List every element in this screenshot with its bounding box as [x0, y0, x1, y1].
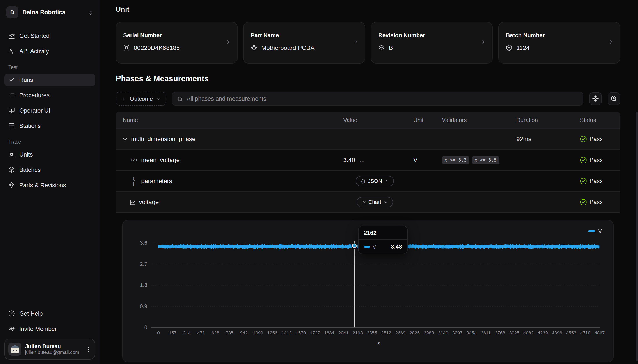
outcome-filter-label: Outcome	[130, 96, 153, 102]
column-header-duration: Duration	[513, 117, 576, 124]
line-chart-icon	[130, 199, 136, 205]
org-switcher[interactable]: D Delos Robotics	[5, 4, 95, 20]
page-title: Unit	[116, 4, 620, 14]
sidebar-item-parts-revisions[interactable]: Parts & Revisions	[5, 179, 95, 192]
card-value: 00220D4K68185	[134, 44, 180, 52]
scan-icon	[8, 151, 15, 158]
svg-text:1.8: 1.8	[140, 282, 147, 288]
svg-text:0: 0	[157, 330, 160, 335]
card-label: Batch Number	[506, 32, 613, 39]
scan-icon	[123, 44, 130, 52]
table-row-mean-voltage[interactable]: 123 mean_voltage 3.40... V x >= 3.3 x <=…	[116, 149, 620, 170]
measurement-unit: V	[410, 156, 438, 164]
component-icon	[251, 44, 258, 52]
search-icon	[177, 96, 183, 102]
numeric-type-icon: 123	[130, 158, 138, 162]
svg-text:2669: 2669	[395, 330, 406, 335]
voltage-line-chart[interactable]: 00.91.82.73.6015731447162878594210991256…	[123, 220, 613, 362]
value-ellipsis[interactable]: ...	[360, 156, 365, 164]
svg-text:314: 314	[183, 330, 191, 335]
table-row-phase[interactable]: multi_dimension_phase 92ms Pass	[116, 128, 620, 149]
org-avatar: D	[6, 6, 19, 18]
svg-text:3925: 3925	[509, 330, 519, 335]
plus-icon	[121, 96, 127, 102]
svg-text:1884: 1884	[324, 330, 334, 335]
chevron-down-icon[interactable]	[122, 136, 128, 142]
svg-text:3454: 3454	[466, 330, 477, 335]
column-header-validators: Validators	[438, 117, 513, 124]
search-input[interactable]	[187, 96, 578, 102]
svg-text:1413: 1413	[281, 330, 292, 335]
svg-text:2512: 2512	[381, 330, 391, 335]
chevron-right-icon	[353, 39, 359, 47]
voltage-chart-card[interactable]: 00.91.82.73.6015731447162878594210991256…	[122, 220, 614, 362]
svg-text:1256: 1256	[267, 330, 277, 335]
sidebar-item-stations[interactable]: Stations	[5, 120, 95, 132]
svg-text:4082: 4082	[523, 330, 534, 335]
sidebar-item-get-started[interactable]: Get Started	[5, 30, 95, 42]
sidebar: D Delos Robotics Get StartedAPI Activity…	[0, 0, 100, 364]
table-row-parameters[interactable]: { } parameters {} JSON Pass	[116, 170, 620, 192]
measurement-name: parameters	[141, 178, 172, 185]
sidebar-item-procedures[interactable]: Procedures	[5, 89, 95, 102]
svg-text:785: 785	[226, 330, 233, 335]
svg-text:2355: 2355	[367, 330, 377, 335]
svg-text:1099: 1099	[253, 330, 263, 335]
svg-text:4710: 4710	[580, 330, 591, 335]
svg-text:2826: 2826	[409, 330, 420, 335]
svg-text:1727: 1727	[310, 330, 320, 335]
unit-card-batch-number[interactable]: Batch Number1124	[498, 22, 620, 64]
card-value: 1124	[516, 44, 529, 52]
json-chip-button[interactable]: {} JSON	[356, 176, 394, 186]
svg-text:3611: 3611	[481, 330, 491, 335]
clock-history-icon	[610, 95, 617, 102]
collapse-rows-button[interactable]	[589, 92, 602, 105]
svg-text:0: 0	[145, 324, 147, 330]
unit-card-part-name[interactable]: Part NameMotherboard PCBA	[243, 22, 365, 64]
phases-table: Name Value Unit Validators Duration Stat…	[116, 112, 620, 364]
unit-card-revision-number[interactable]: Revision NumberB	[371, 22, 493, 64]
svg-text:3768: 3768	[495, 330, 505, 335]
phase-name: multi_dimension_phase	[131, 136, 196, 142]
sidebar-item-get-help[interactable]: Get Help	[5, 308, 95, 320]
status-text: Pass	[589, 136, 603, 142]
validator-chip: x >= 3.3	[442, 156, 469, 164]
scrollbar-thumb[interactable]	[635, 112, 638, 361]
sidebar-item-units[interactable]: Units	[5, 148, 95, 161]
status-badge: Pass	[576, 136, 620, 142]
stations-icon	[8, 122, 15, 130]
chevron-right-icon	[384, 179, 389, 184]
sidebar-item-invite-member[interactable]: Invite Member	[5, 323, 95, 335]
org-name: Delos Robotics	[22, 9, 84, 16]
history-button[interactable]	[607, 92, 620, 105]
svg-text:471: 471	[197, 330, 205, 335]
svg-text:1570: 1570	[296, 330, 306, 335]
sidebar-item-operator-ui[interactable]: Operator UI	[5, 104, 95, 117]
chart-chip-button[interactable]: Chart	[357, 197, 393, 208]
legend-swatch	[588, 230, 595, 232]
user-card[interactable]: Julien Buteau julien.buteau@gmail.com	[5, 338, 95, 360]
more-vertical-icon[interactable]	[86, 346, 91, 352]
svg-text:0.9: 0.9	[140, 303, 147, 309]
sidebar-item-runs[interactable]: Runs	[5, 74, 95, 86]
sidebar-nav: Get StartedAPI ActivityTestRunsProcedure…	[5, 30, 95, 194]
list-icon	[8, 92, 15, 99]
fold-vertical-icon	[592, 95, 599, 102]
search-box[interactable]	[172, 92, 584, 106]
unit-card-serial-number[interactable]: Serial Number00220D4K68185	[116, 22, 238, 64]
table-row-voltage[interactable]: voltage Chart Pass	[116, 192, 620, 212]
braces-icon: {}	[361, 178, 366, 184]
sidebar-item-api-activity[interactable]: API Activity	[5, 45, 95, 58]
component-icon	[8, 182, 15, 189]
chevron-down-icon	[156, 96, 161, 101]
card-label: Serial Number	[123, 32, 230, 39]
check-circle-icon	[580, 178, 587, 185]
user-email: julien.buteau@gmail.com	[25, 350, 82, 355]
chevron-right-icon	[480, 39, 486, 47]
svg-text:942: 942	[240, 330, 248, 335]
status-badge: Pass	[576, 199, 620, 206]
outcome-filter-button[interactable]: Outcome	[116, 92, 166, 106]
sidebar-item-batches[interactable]: Batches	[5, 164, 95, 176]
user-name: Julien Buteau	[25, 343, 82, 350]
check-circle-icon	[580, 136, 587, 142]
